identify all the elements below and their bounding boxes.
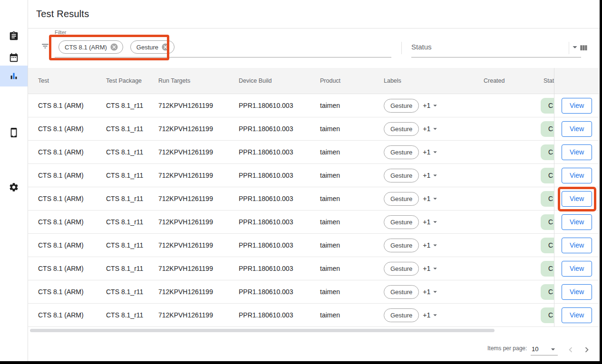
view-button[interactable]: View (562, 284, 592, 300)
column-header-test: Test (38, 77, 106, 84)
view-button[interactable]: View (562, 191, 592, 207)
filter-icon (41, 42, 49, 50)
table-row: CTS 8.1 (ARM) CTS 8.1_r11 712KPVH1261199… (28, 257, 554, 280)
table-body: CTS 8.1 (ARM) CTS 8.1_r11 712KPVH1261199… (28, 94, 554, 327)
label-chip: Gesture (384, 169, 419, 182)
more-labels-dropdown[interactable]: +1 (423, 171, 439, 180)
column-header-test-package: Test Package (106, 77, 158, 84)
cell-product: taimen (320, 102, 384, 109)
chevron-down-icon (431, 148, 439, 156)
sidebar-item-test-plans[interactable] (0, 28, 28, 44)
view-button[interactable]: View (562, 214, 592, 230)
cell-status: C (541, 214, 554, 230)
view-cell: View (554, 187, 599, 211)
cell-test: CTS 8.1 (ARM) (38, 102, 106, 109)
view-cell: View (554, 211, 599, 234)
sidebar-item-schedule[interactable] (0, 49, 28, 66)
label-chip: Gesture (384, 145, 419, 159)
horizontal-scrollbar[interactable] (30, 329, 495, 332)
cell-test: CTS 8.1 (ARM) (38, 241, 106, 249)
cell-status: C (541, 191, 554, 207)
filter-chip-cts[interactable]: CTS 8.1 (ARM) (58, 40, 123, 54)
column-header-status: Status (541, 77, 554, 84)
view-cell: View (554, 164, 599, 187)
more-labels-dropdown[interactable]: +1 (423, 194, 439, 203)
cell-test-package: CTS 8.1_r11 (106, 148, 158, 156)
column-header-product: Product (320, 77, 384, 84)
table-row: CTS 8.1 (ARM) CTS 8.1_r11 712KPVH1261199… (28, 164, 554, 187)
cell-test-package: CTS 8.1_r11 (106, 218, 158, 226)
view-columns-icon (579, 43, 588, 53)
filter-field-underline (55, 57, 391, 57)
more-labels-dropdown[interactable]: +1 (423, 101, 439, 110)
cell-product: taimen (320, 172, 384, 179)
more-labels-dropdown[interactable]: +1 (423, 287, 439, 296)
sidebar (0, 0, 28, 361)
table-row: CTS 8.1 (ARM) CTS 8.1_r11 712KPVH1261199… (28, 234, 554, 257)
cell-test-package: CTS 8.1_r11 (106, 288, 158, 296)
view-button[interactable]: View (562, 121, 592, 137)
cell-product: taimen (320, 265, 384, 272)
chevron-left-icon (565, 345, 576, 355)
view-cell: View (554, 117, 599, 141)
more-labels-dropdown[interactable]: +1 (423, 264, 439, 273)
toolbar-divider (401, 42, 402, 54)
label-chip: Gesture (384, 239, 419, 252)
column-settings-button[interactable] (577, 42, 590, 55)
cell-status: C (541, 284, 554, 300)
cell-run-targets: 712KPVH1261199 (158, 288, 239, 296)
view-cell: View (554, 234, 599, 257)
main-content: Test Results Filter CTS 8.1 (ARM) Gestur… (28, 0, 600, 361)
cell-device-build: PPR1.180610.003 (239, 265, 320, 272)
cell-device-build: PPR1.180610.003 (239, 241, 320, 249)
cell-status: C (541, 98, 554, 114)
cell-run-targets: 712KPVH1261199 (158, 265, 239, 272)
previous-page-button[interactable] (565, 345, 576, 355)
more-labels-dropdown[interactable]: +1 (423, 311, 439, 319)
next-page-button[interactable] (582, 345, 592, 355)
label-chip: Gesture (384, 122, 419, 136)
cell-run-targets: 712KPVH1261199 (158, 148, 239, 156)
view-button[interactable]: View (562, 261, 592, 277)
page-title: Test Results (28, 0, 600, 28)
cell-product: taimen (320, 288, 384, 296)
clipboard-icon (9, 31, 19, 41)
cell-test-package: CTS 8.1_r11 (106, 195, 158, 202)
view-button[interactable]: View (562, 144, 592, 160)
more-labels-dropdown[interactable]: +1 (423, 218, 439, 226)
chevron-down-icon (548, 345, 558, 354)
items-per-page-select[interactable]: 10 (531, 343, 558, 355)
cell-test: CTS 8.1 (ARM) (38, 311, 106, 319)
more-labels-dropdown[interactable]: +1 (423, 241, 439, 249)
label-chip: Gesture (384, 308, 419, 322)
more-labels-dropdown[interactable]: +1 (423, 148, 439, 156)
status-field-underline (411, 57, 581, 57)
cell-labels: Gesture +1 (384, 308, 484, 322)
view-button[interactable]: View (562, 238, 592, 253)
screen-edge-bottom (0, 361, 602, 364)
sidebar-item-settings[interactable] (0, 179, 28, 195)
cell-test-package: CTS 8.1_r11 (106, 241, 158, 249)
table-scroll-area[interactable]: Test Test Package Run Targets Device Bui… (28, 68, 554, 327)
cell-device-build: PPR1.180610.003 (239, 218, 320, 226)
status-badge: C (541, 144, 554, 160)
sidebar-item-test-results[interactable] (0, 66, 28, 86)
items-per-page-label: Items per page: (487, 345, 527, 352)
chevron-right-icon (582, 345, 592, 355)
cancel-icon[interactable] (161, 43, 170, 51)
view-button[interactable]: View (562, 98, 592, 114)
sidebar-item-devices[interactable] (0, 125, 28, 141)
view-cell: View (554, 304, 599, 327)
view-button[interactable]: View (562, 307, 592, 323)
table-row: CTS 8.1 (ARM) CTS 8.1_r11 712KPVH1261199… (28, 187, 554, 211)
cell-labels: Gesture +1 (384, 122, 484, 136)
filter-toolbar: Filter CTS 8.1 (ARM) Gesture Status (28, 29, 600, 68)
cancel-icon[interactable] (110, 43, 118, 51)
filter-chip-gesture[interactable]: Gesture (130, 40, 175, 54)
status-filter-select[interactable]: Status (411, 39, 581, 57)
cell-test-package: CTS 8.1_r11 (106, 102, 158, 109)
screen-edge-right (600, 0, 602, 364)
cell-product: taimen (320, 241, 384, 249)
view-button[interactable]: View (562, 168, 592, 183)
more-labels-dropdown[interactable]: +1 (423, 125, 439, 133)
